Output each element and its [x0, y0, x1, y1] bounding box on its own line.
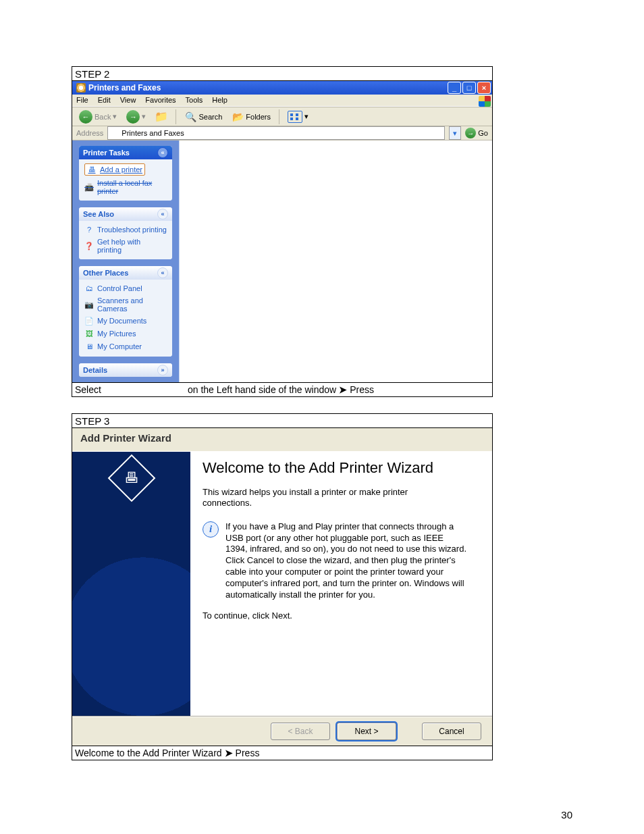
titlebar: Printers and Faxes _ □ × [72, 81, 492, 95]
wizard-title: Add Printer Wizard [72, 428, 492, 451]
menu-help[interactable]: Help [212, 96, 227, 104]
install-fax-printer-link[interactable]: 📠 Install a local fax printer [84, 179, 167, 195]
wizard-info: i If you have a Plug and Play printer th… [203, 521, 467, 601]
toolbar-separator [176, 109, 176, 124]
window-title: Printers and Faxes [88, 83, 161, 93]
toolbar: ← Back ▾ → ▾ 📁 🔍 Search 📂 [72, 107, 492, 126]
folder-up-icon: 📁 [155, 111, 167, 123]
maximize-button[interactable]: □ [462, 82, 476, 94]
address-value: Printers and Faxes [122, 129, 184, 137]
go-arrow-icon: → [465, 128, 476, 138]
other-places-header[interactable]: Other Places « [79, 266, 172, 280]
search-button[interactable]: 🔍 Search [182, 109, 225, 124]
collapse-icon: « [157, 267, 168, 278]
other-places-panel: Other Places « 🗂 Control Panel 📷 Scanner… [79, 266, 172, 357]
folders-button[interactable]: 📂 Folders [229, 109, 273, 124]
go-button[interactable]: → Go [465, 128, 488, 138]
views-icon [288, 111, 302, 123]
menu-tools[interactable]: Tools [186, 96, 203, 104]
forward-arrow-icon: → [126, 110, 140, 124]
forward-dropdown-icon: ▾ [142, 112, 146, 121]
back-button[interactable]: ← Back ▾ [76, 109, 119, 125]
explorer-body: Printer Tasks « 🖶 Add a printer 📠 Instal… [72, 140, 492, 382]
get-help-printing-link[interactable]: ❓ Get help with printing [84, 238, 167, 254]
close-button[interactable]: × [477, 82, 491, 94]
content-area [179, 140, 492, 382]
documents-icon: 📄 [84, 316, 94, 325]
step-2-caption: Select on the Left hand side of the wind… [72, 382, 492, 396]
toolbar-separator [279, 109, 279, 124]
printer-tasks-panel: Printer Tasks « 🖶 Add a printer 📠 Instal… [79, 146, 172, 201]
step-3-label: STEP 3 [72, 414, 492, 428]
step-2-box: STEP 2 Printers and Faxes _ □ × File Edi… [72, 66, 493, 397]
back-arrow-icon: ← [79, 110, 92, 124]
next-button[interactable]: Next > [337, 723, 396, 740]
pictures-icon: 🖼 [84, 329, 94, 338]
collapse-icon: « [157, 209, 168, 219]
wizard-info-text: If you have a Plug and Play printer that… [225, 521, 467, 601]
up-button[interactable]: 📁 [153, 109, 170, 124]
search-icon: 🔍 [184, 111, 196, 123]
wizard-heading: Welcome to the Add Printer Wizard [203, 460, 480, 476]
arrow-icon: ➤ [225, 748, 233, 758]
views-button[interactable]: ▾ [285, 109, 311, 124]
address-label: Address [76, 129, 103, 137]
details-panel: Details » [79, 363, 172, 377]
help-round-icon: ❓ [84, 241, 94, 251]
wizard-intro: This wizard helps you install a printer … [203, 487, 446, 509]
folders-icon: 📂 [232, 111, 244, 123]
printer-icon: 🖶 [87, 165, 97, 174]
add-printer-wizard: Add Printer Wizard 🖶 Welcome to the Add … [72, 428, 492, 746]
minimize-button[interactable]: _ [448, 82, 461, 94]
wizard-content: Welcome to the Add Printer Wizard This w… [190, 452, 492, 716]
task-pane: Printer Tasks « 🖶 Add a printer 📠 Instal… [72, 140, 179, 382]
menu-edit[interactable]: Edit [98, 96, 111, 104]
forward-button[interactable]: → ▾ [124, 109, 149, 125]
views-dropdown-icon: ▾ [304, 112, 308, 121]
add-a-printer-link[interactable]: 🖶 Add a printer [84, 163, 145, 176]
see-also-header[interactable]: See Also « [79, 207, 172, 221]
printers-icon [111, 129, 119, 137]
wizard-body: 🖶 Welcome to the Add Printer Wizard This… [72, 451, 492, 716]
details-header[interactable]: Details » [79, 363, 172, 377]
step-2-label: STEP 2 [72, 67, 492, 81]
fax-icon: 📠 [84, 182, 94, 192]
info-icon: i [203, 521, 219, 538]
printers-icon [76, 83, 86, 93]
windows-flag-icon [479, 96, 491, 107]
troubleshoot-printing-link[interactable]: ? Troubleshoot printing [84, 225, 167, 234]
see-also-panel: See Also « ? Troubleshoot printing ❓ Get… [79, 207, 172, 259]
step-3-caption: Welcome to the Add Printer Wizard ➤ Pres… [72, 746, 492, 760]
back-button: < Back [271, 723, 330, 740]
wizard-sidebar: 🖶 [72, 452, 190, 716]
cancel-button[interactable]: Cancel [422, 723, 481, 740]
printers-window: Printers and Faxes _ □ × File Edit View … [72, 81, 492, 382]
address-dropdown[interactable]: ▾ [449, 126, 461, 140]
menubar: File Edit View Favorites Tools Help [72, 95, 492, 107]
menu-file[interactable]: File [76, 96, 88, 104]
menu-view[interactable]: View [120, 96, 136, 104]
camera-icon: 📷 [84, 300, 94, 309]
address-field[interactable]: Printers and Faxes [107, 126, 445, 140]
control-panel-link[interactable]: 🗂 Control Panel [84, 284, 167, 293]
scanners-cameras-link[interactable]: 📷 Scanners and Cameras [84, 296, 167, 313]
page-number: 30 [561, 809, 572, 820]
printer-icon: 🖶 [107, 454, 155, 502]
my-documents-link[interactable]: 📄 My Documents [84, 316, 167, 325]
wizard-footer: < Back Next > Cancel [72, 716, 492, 746]
menu-favorites[interactable]: Favorites [145, 96, 176, 104]
address-bar: Address Printers and Faxes ▾ → Go [72, 126, 492, 140]
my-pictures-link[interactable]: 🖼 My Pictures [84, 329, 167, 338]
step-3-box: STEP 3 Add Printer Wizard 🖶 Welcome to t… [72, 413, 493, 760]
help-icon: ? [84, 225, 94, 234]
back-dropdown-icon: ▾ [113, 112, 117, 121]
expand-icon: » [157, 365, 168, 375]
arrow-icon: ➤ [339, 384, 347, 395]
printer-tasks-header[interactable]: Printer Tasks « [79, 146, 172, 159]
collapse-icon: « [157, 147, 168, 158]
my-computer-link[interactable]: 🖥 My Computer [84, 342, 167, 351]
computer-icon: 🖥 [84, 342, 94, 351]
control-panel-icon: 🗂 [84, 284, 94, 293]
wizard-continue: To continue, click Next. [203, 610, 446, 621]
